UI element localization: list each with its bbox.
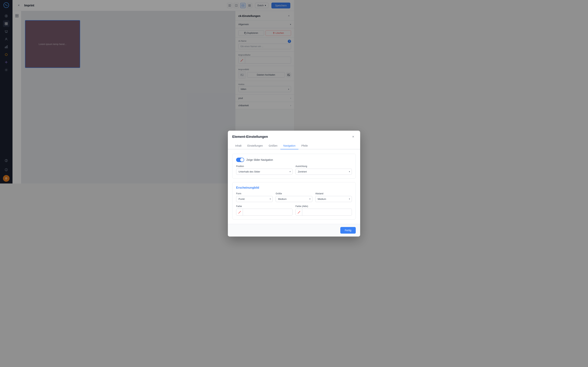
tab-inhalt[interactable]: Inhalt xyxy=(232,142,244,149)
toggle-knob xyxy=(240,158,244,162)
erscheinungbild-section: Erscheinungbild Form Punkt Größe xyxy=(232,182,294,184)
position-select[interactable]: Unterhalb des Slider xyxy=(236,169,293,175)
position-label: Position xyxy=(236,165,293,167)
slider-navigation-toggle[interactable] xyxy=(236,158,244,162)
modal-body: Zeige Slider Navigation Position Unterha… xyxy=(228,149,294,184)
modal-tabs: Inhalt Einstellungen Größen Navigation P… xyxy=(228,142,294,149)
modal-header: Element-Einstellungen × xyxy=(228,131,294,140)
toggle-label: Zeige Slider Navigation xyxy=(246,158,273,161)
tab-navigation[interactable]: Navigation xyxy=(280,142,294,149)
tab-groessen[interactable]: Größen xyxy=(266,142,280,149)
modal-title: Element-Einstellungen xyxy=(232,135,268,139)
navigation-toggle-section: Zeige Slider Navigation Position Unterha… xyxy=(232,154,294,179)
position-select-wrapper: Unterhalb des Slider xyxy=(236,169,293,175)
modal-overlay: Element-Einstellungen × Inhalt Einstellu… xyxy=(0,0,294,184)
position-group: Position Unterhalb des Slider xyxy=(236,165,293,175)
toggle-row: Zeige Slider Navigation xyxy=(236,158,294,162)
tab-einstellungen[interactable]: Einstellungen xyxy=(244,142,266,149)
position-ausrichtung-row: Position Unterhalb des Slider Ausrichtun… xyxy=(236,165,294,175)
element-settings-modal: Element-Einstellungen × Inhalt Einstellu… xyxy=(228,131,294,184)
